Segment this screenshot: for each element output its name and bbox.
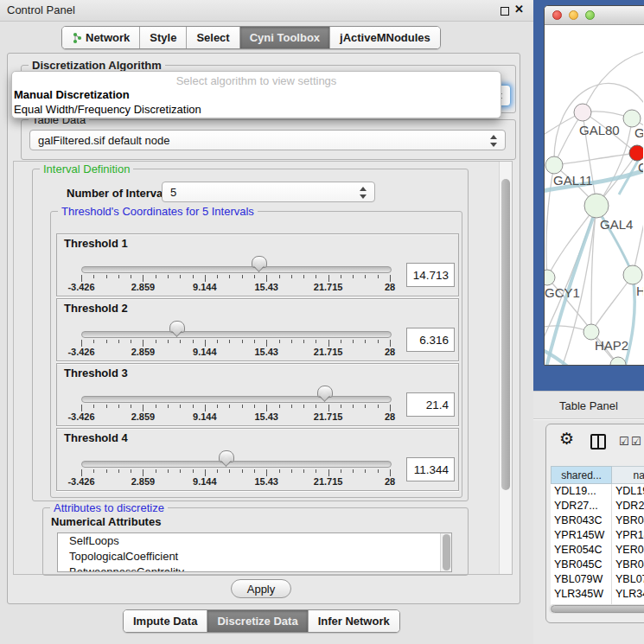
attribute-item[interactable]: SelfLoops (58, 533, 451, 549)
cell-shared-name[interactable]: YDL19... (551, 484, 612, 499)
cell-name[interactable]: YDR27... (612, 499, 644, 513)
tab-style[interactable]: Style (140, 27, 187, 48)
table-horizontal-scrollbar[interactable] (549, 604, 644, 614)
table-row[interactable]: YLR345WYLR345W (551, 587, 644, 602)
tick-label: 9.144 (193, 476, 217, 487)
tab-cyni-toolbox[interactable]: Cyni Toolbox (240, 27, 330, 48)
threshold-label: Threshold 2 (64, 302, 128, 315)
bottom-tab-discretize-data[interactable]: Discretize Data (207, 610, 308, 632)
scrollbar-thumb[interactable] (551, 605, 644, 613)
slider-track[interactable] (81, 461, 392, 468)
node-label: GAL11 (553, 173, 593, 188)
slider-thumb[interactable] (169, 321, 185, 333)
table-panel: Table Panel ⚙ ☑ ☑ shared... name YDL19..… (533, 391, 644, 644)
close-icon[interactable]: ✕ (514, 3, 524, 16)
gear-icon[interactable]: ⚙ (559, 430, 574, 449)
network-node-gcy1[interactable] (545, 270, 555, 285)
tab-network[interactable]: Network (62, 27, 140, 48)
table-row[interactable]: YBR043CYBR043C (551, 513, 644, 528)
column-header-name[interactable]: name (612, 466, 644, 484)
table-row[interactable]: YBL079WYBL079W (551, 572, 644, 587)
network-node-gal80[interactable] (574, 104, 591, 121)
node-label: H (636, 284, 643, 298)
cell-shared-name[interactable]: YDR27... (551, 499, 612, 513)
tick-label: 2.859 (131, 282, 156, 292)
slider-track[interactable] (81, 266, 392, 273)
slider-track[interactable] (81, 331, 392, 338)
slider-tick-labels: -3.4262.8599.14415.4321.71528 (81, 347, 391, 357)
network-window-titlebar (545, 6, 644, 25)
apply-button[interactable]: Apply (231, 579, 291, 598)
cell-shared-name[interactable]: YBL079W (551, 572, 612, 587)
algorithm-hint: Select algorithm to view settings (12, 74, 501, 87)
cell-name[interactable]: YBL079W (612, 572, 644, 587)
slider-track[interactable] (81, 396, 392, 403)
node-label: GA (634, 125, 643, 140)
threshold-value-field[interactable]: 14.713 (406, 263, 455, 287)
table-row[interactable]: YPR145WYPR145W (551, 528, 644, 543)
network-node-ga[interactable] (623, 110, 641, 127)
cell-shared-name[interactable]: YBR045C (551, 558, 612, 572)
zoom-traffic-light-icon[interactable] (585, 10, 595, 20)
table-row[interactable]: YER054CYER054C (551, 543, 644, 558)
settings-scrollbar[interactable] (499, 162, 512, 574)
cell-name[interactable]: YPR145W (612, 528, 644, 543)
cell-shared-name[interactable]: YLR345W (551, 587, 612, 602)
network-node-gal11[interactable] (545, 156, 563, 174)
threshold-value-field[interactable]: 6.316 (406, 328, 455, 352)
network-icon (72, 32, 82, 44)
tab-jactivemnodules[interactable]: jActiveMNodules (330, 27, 440, 48)
slider-thumb[interactable] (219, 450, 234, 462)
table-row[interactable]: YDL19...YDL19... (551, 484, 644, 499)
tick-label: 28 (385, 411, 395, 422)
select-column-check-icon[interactable]: ☑ (631, 435, 641, 448)
node-label: GCY1 (545, 285, 580, 300)
column-header-shared-name[interactable]: shared... (551, 466, 612, 484)
close-traffic-light-icon[interactable] (552, 10, 562, 20)
float-window-icon[interactable] (501, 7, 509, 16)
select-all-check-icon[interactable]: ☑ (619, 435, 629, 448)
num-intervals-combobox[interactable]: 5 (162, 182, 375, 202)
scrollbar-thumb[interactable] (501, 179, 510, 490)
cell-name[interactable]: YLR345W (612, 587, 644, 602)
column-layout-icon[interactable] (590, 434, 606, 450)
tick-label: 28 (385, 347, 395, 357)
slider-thumb[interactable] (252, 256, 267, 268)
cell-shared-name[interactable]: YER054C (551, 543, 612, 558)
slider-thumb[interactable] (317, 386, 333, 398)
table-row[interactable]: YDR27...YDR27... (551, 499, 644, 513)
algorithm-option-manual[interactable]: Manual Discretization (14, 88, 494, 101)
attribute-item[interactable]: BetweennessCentrality (58, 564, 451, 572)
cell-name[interactable]: YDL19... (612, 484, 644, 499)
table-data-combobox[interactable]: galFiltered.sif default node (29, 130, 506, 150)
network-node-gal4[interactable] (584, 194, 609, 218)
minimize-traffic-light-icon[interactable] (569, 10, 578, 20)
group-title: Threshold's Coordinates for 5 Intervals (58, 205, 258, 218)
control-panel: Control Panel ✕ NetworkStyleSelectCyni T… (0, 0, 533, 644)
network-node-c[interactable] (629, 145, 643, 161)
scrollbar-thumb[interactable] (443, 534, 450, 571)
bottom-tab-infer-network[interactable]: Infer Network (309, 610, 399, 632)
network-canvas[interactable]: GAL80GACGAL11GAL4GCY1HHAP2 (545, 25, 643, 366)
cell-shared-name[interactable]: YBR043C (551, 513, 612, 528)
thresholds-group: Threshold's Coordinates for 5 Intervals … (50, 211, 462, 498)
cell-name[interactable]: YBR045C (612, 558, 644, 572)
threshold-value-field[interactable]: 11.344 (406, 457, 455, 481)
cell-name[interactable]: YER054C (612, 543, 644, 558)
attribute-item[interactable]: TopologicalCoefficient (58, 549, 451, 564)
node-table-window: ⚙ ☑ ☑ shared... name YDL19...YDL19...YDR… (545, 424, 644, 623)
attributes-scrollbar[interactable] (440, 533, 451, 571)
tick-label: -3.426 (67, 476, 94, 487)
tab-select[interactable]: Select (187, 27, 239, 48)
tick-label: 28 (385, 476, 395, 487)
tick-label: 28 (385, 282, 395, 292)
table-row[interactable]: YBR045CYBR045C (551, 558, 644, 572)
threshold-value-field[interactable]: 21.4 (406, 392, 455, 417)
tab-label: Discretize Data (217, 615, 297, 628)
cell-shared-name[interactable]: YPR145W (551, 528, 612, 543)
bottom-tab-impute-data[interactable]: Impute Data (124, 610, 207, 632)
cell-name[interactable]: YBR043C (612, 513, 644, 528)
threshold-label: Threshold 4 (64, 431, 128, 444)
network-node-h[interactable] (623, 265, 642, 284)
algorithm-option-equal-width[interactable]: Equal Width/Frequency Discretization (14, 103, 494, 116)
